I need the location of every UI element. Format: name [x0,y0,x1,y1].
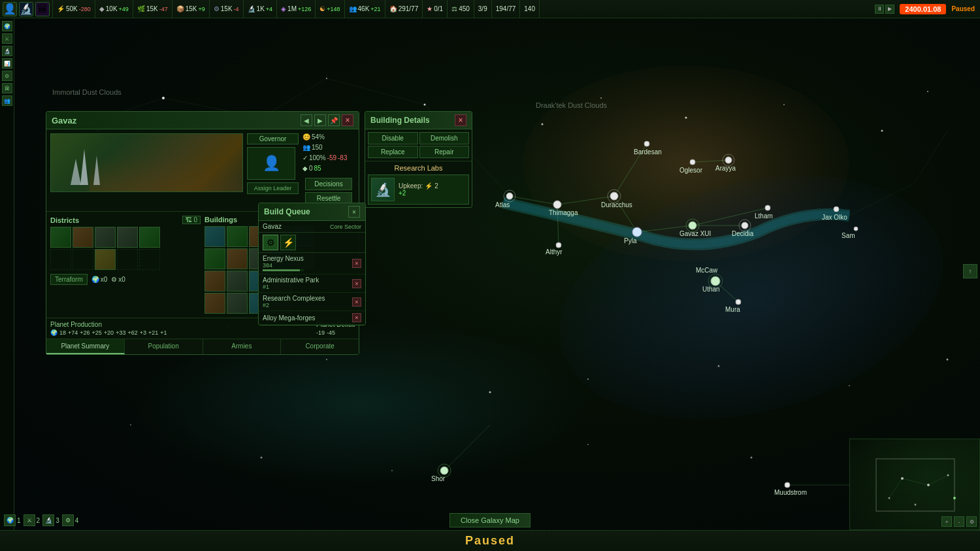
queue-slot-1[interactable]: ⚡ [280,235,296,250]
replace-btn[interactable]: Replace [368,146,418,158]
district-item-0[interactable] [50,227,71,248]
nav-next-btn[interactable]: ▶ [314,114,326,126]
pause-btn[interactable]: ⏸ [875,5,884,14]
repair-btn[interactable]: Repair [419,146,470,158]
mini-map-settings[interactable]: ⚙ [966,516,977,527]
shortcut-icon-2[interactable]: ⚔ [24,514,35,526]
sidebar-icon-3[interactable]: 🔬 [2,46,12,56]
shortcut-icon-3[interactable]: 🔬 [42,514,54,526]
queue-item-2[interactable]: Research Complexes #2 × [259,293,365,311]
leader-icon[interactable]: 👤 [3,2,17,16]
map-label-muudstrom: Muudstrom [774,489,807,496]
queue-item-1-name: Administrative Park [263,276,319,284]
disable-btn[interactable]: Disable [368,132,418,144]
building-item-5[interactable] [204,248,225,269]
prod-icon: 🌍 [50,329,57,336]
research-icon[interactable]: 🔬 [19,2,33,16]
prod-5: +33 [116,329,125,336]
panel-nav[interactable]: ◀ ▶ 📌 × [301,114,353,126]
building-item-15[interactable] [204,293,225,314]
shortcut-3[interactable]: 🔬 3 [42,514,59,526]
planet-close-btn[interactable]: × [342,114,353,126]
tab-population[interactable]: Population [125,339,203,354]
queue-item-3-cancel[interactable]: × [352,313,361,322]
district-item-8[interactable] [117,249,138,270]
shortcut-4[interactable]: ⚙ 4 [62,514,79,526]
assign-leader-btn[interactable]: Assign Leader [247,182,299,194]
nav-pin-btn[interactable]: 📌 [328,114,340,126]
mini-map-zoom-in[interactable]: + [941,516,952,527]
svg-point-40 [130,424,131,426]
top-icon-group[interactable]: 👤 🔬 🏛 [0,0,53,18]
queue-item-2-info: Research Complexes #2 [263,295,325,309]
speed-controls[interactable]: ⏸ ▶ [875,5,894,14]
resource-minerals: ◆ 10K +49 [95,0,133,18]
sidebar-icon-5[interactable]: ⚙ [2,71,12,81]
queue-item-0-cancel[interactable]: × [352,259,361,268]
sidebar-icon-2[interactable]: ⚔ [2,33,12,44]
building-item-10[interactable] [204,271,225,292]
bottom-stat: ◆ 0 85 [302,165,321,172]
queue-item-2-cancel[interactable]: × [352,297,361,307]
building-item-16[interactable] [227,293,248,314]
shortcut-icon-1[interactable]: 🌍 [4,514,16,526]
svg-point-63 [556,242,561,248]
district-item-7[interactable] [95,249,116,270]
sidebar-icon-7[interactable]: 👥 [2,95,12,106]
tradition-icon[interactable]: 🏛 [35,2,50,16]
district-item-3[interactable] [117,227,138,248]
building-close-btn[interactable]: × [455,114,466,126]
district-item-4[interactable] [139,227,160,248]
terraform-btn[interactable]: Terraform [50,274,88,285]
queue-item-3[interactable]: Alloy Mega-forges × [259,311,365,325]
resource-unity: ☯ +148 [316,0,344,18]
queue-close-btn[interactable]: × [348,206,360,218]
minerals-delta: +49 [119,6,129,12]
speed1-btn[interactable]: ▶ [885,5,894,14]
nav-prev-btn[interactable]: ◀ [301,114,312,126]
tab-armies[interactable]: Armies [203,339,282,354]
upkeep-row: Upkeep: ⚡ 2 [399,182,438,190]
map-label-atlas: Atlas [495,201,510,209]
district-item-2[interactable] [95,227,116,248]
building-item-6[interactable] [227,248,248,269]
building-item-0[interactable] [204,226,225,247]
shortcut-2[interactable]: ⚔ 2 [24,514,41,526]
decisions-btn[interactable]: Decisions [305,178,352,190]
labs-stats: Upkeep: ⚡ 2 +2 [399,182,438,197]
shortcut-1[interactable]: 🌍 1 [4,514,21,526]
mini-map[interactable]: + - ⚙ [849,439,980,530]
building-item-1[interactable] [227,226,248,247]
prod-9: +1 [160,329,167,336]
district-item-1[interactable] [73,227,93,248]
sidebar-icon-6[interactable]: 🏛 [2,83,12,93]
planet-thumbnail: Empire Capital Arid World 18 [50,133,243,192]
sidebar-icon-1[interactable]: 🌍 [2,21,12,31]
stability-value: 450 [459,5,470,12]
queue-slot-0[interactable]: ⚙ [263,235,278,250]
district-item-5[interactable] [50,249,71,270]
queue-item-0[interactable]: Energy Nexus 384 × [259,253,365,275]
tab-corporate[interactable]: Corporate [281,339,359,354]
top-bar: 👤 🔬 🏛 ⚡ 50K -280 ◆ 10K +49 🌿 15K -47 📦 1… [0,0,980,18]
right-icon-1[interactable]: ↑ [963,264,977,278]
mini-map-zoom-out[interactable]: - [954,516,964,527]
queue-item-1-num: #1 [263,284,319,290]
queue-item-1[interactable]: Administrative Park #1 × [259,275,365,293]
district-item-9[interactable] [139,249,160,270]
close-galaxy-btn[interactable]: Close Galaxy Map [449,513,531,527]
shortcut-label-1: 1 [17,517,21,524]
build-action-buttons: Disable Demolish Replace Repair [365,129,472,161]
labs-building-icon: 🔬 [371,178,395,201]
building-name: Research Labs [368,164,469,172]
shortcut-label-3: 3 [56,517,59,524]
paused-text: Paused [465,534,515,548]
tab-planet-summary[interactable]: Planet Summary [46,339,125,354]
demolish-btn[interactable]: Demolish [419,132,470,144]
queue-item-1-cancel[interactable]: × [352,279,361,288]
mini-map-controls[interactable]: + - ⚙ [941,516,977,527]
sidebar-icon-4[interactable]: 📊 [2,58,12,69]
shortcut-icon-4[interactable]: ⚙ [62,514,74,526]
building-item-11[interactable] [227,271,248,292]
district-item-6[interactable] [73,249,93,270]
